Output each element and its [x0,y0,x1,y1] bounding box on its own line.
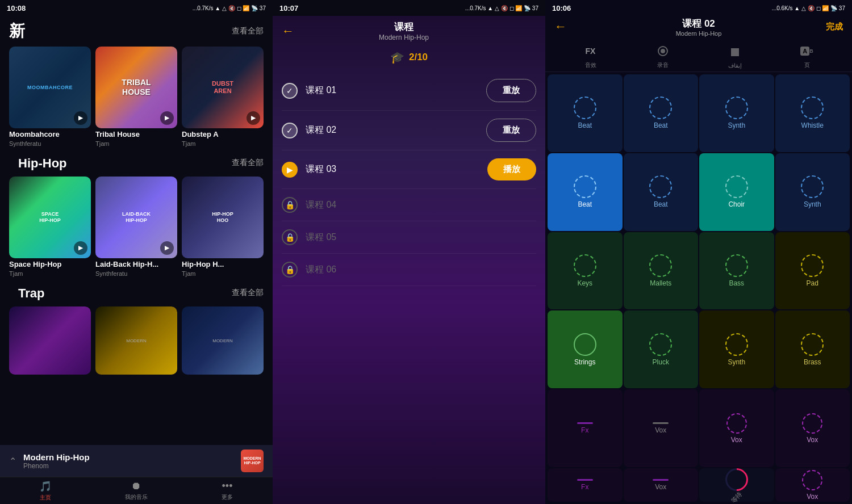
lesson-02-replay-btn[interactable]: 重放 [486,119,536,142]
pad-waiting[interactable]: 等待 [699,468,774,502]
done-btn[interactable]: 完成 [826,22,843,32]
pad-strings[interactable]: Strings [548,310,623,388]
pad-label-16: Brass [804,358,821,366]
pad-choir[interactable]: Choir [699,153,774,231]
toolbar-stop[interactable]: إيقاف [726,43,744,69]
card-moombah-author: Synthferatu [9,140,91,147]
nav-more[interactable]: ••• 更多 [182,477,273,504]
pad-circle-3 [725,96,748,119]
pad-label-6: Beat [654,200,668,208]
card-hiphop-h[interactable]: HIP-HOPHOO Hip-Hop H... Tjam [182,177,264,277]
lesson-item-06: 🔒 课程 06 [282,254,536,286]
pad-synth-1[interactable]: Synth [699,74,774,152]
pad-circle-11 [725,254,748,277]
view-all-trap[interactable]: 查看全部 [232,288,264,298]
nav-home-label: 主页 [40,494,51,502]
pad-label-22: Vox [655,483,666,491]
panel3-header: ← 课程 02 Modern Hip-Hop 完成 [545,16,852,37]
trap-card-2[interactable]: MODERN [95,306,177,388]
card-tribal-img: TRIBALHOUSE ▶ [95,47,177,128]
pad-bass[interactable]: Bass [699,232,774,310]
pad-vox-4[interactable]: Vox [775,468,850,502]
play-btn-laidback[interactable]: ▶ [160,241,174,255]
new-cards-row: MOOMBAHCORE ▶ Moombahcore Synthferatu TR… [0,44,273,152]
toolbar-record[interactable]: 录音 [654,42,672,69]
nav-mymusic-label: 我的音乐 [125,493,148,501]
status-bar-1: 10:08 ...0.7K/s ▲ △ 🔇 ◻ 📶 📡 37 [0,0,273,16]
trap-card-1[interactable] [9,306,91,388]
card-space-hiphop[interactable]: SPACEHIP-HOP ▶ Space Hip-Hop Tjam [9,177,91,277]
my-music-icon: ⏺ [131,480,141,492]
trap-card-3[interactable]: MODERN [182,306,264,388]
svg-point-1 [661,49,665,53]
pad-pad[interactable]: Pad [775,232,850,310]
pad-label-2: Beat [654,121,668,129]
status-icons-1: ...0.7K/s ▲ △ 🔇 ◻ 📶 📡 37 [193,5,266,11]
pad-keys[interactable]: Keys [548,232,623,310]
pad-vox-teal[interactable]: Vox [699,389,774,467]
panel1-title: 新 [9,20,25,42]
play-btn-space[interactable]: ▶ [74,241,87,255]
more-icon: ••• [222,480,233,492]
progress-text: 2/10 [409,52,428,63]
lesson-06-name: 课程 06 [306,264,536,276]
pad-vox-2[interactable]: Vox [775,389,850,467]
play-btn-dubstep[interactable]: ▶ [247,111,260,125]
pad-label-3: Synth [728,121,745,129]
mini-player-thumb: MODERNHIP-HOP [241,450,264,472]
trap-card-2-img: MODERN [95,306,177,375]
pad-synth-2[interactable]: Synth [775,153,850,231]
pad-pluck[interactable]: Pluck [624,310,699,388]
nav-my-music[interactable]: ⏺ 我的音乐 [91,477,182,504]
mini-player-info: Modern Hip-Hop Phenom [23,452,234,470]
mini-player[interactable]: ⌃ Modern Hip-Hop Phenom MODERNHIP-HOP [0,445,273,477]
card-moombahcore[interactable]: MOOMBAHCORE ▶ Moombahcore Synthferatu [9,47,91,147]
card-tribal[interactable]: TRIBALHOUSE ▶ Tribal House Tjam [95,47,177,147]
back-btn-panel3[interactable]: ← [554,19,567,34]
lesson-06-lock-icon: 🔒 [282,262,298,278]
card-dubstep[interactable]: DUBSTAREN ▶ Dubstep A Tjam [182,47,264,147]
pad-beat-1[interactable]: Beat [548,74,623,152]
pad-label-20: Vox [807,436,818,444]
view-all-new[interactable]: 查看全部 [232,26,264,36]
pad-vox-1[interactable]: Vox [624,389,699,467]
card-laidback[interactable]: LAID-BACKHIP-HOP ▶ Laid-Back Hip-H... Sy… [95,177,177,277]
pad-beat-3[interactable]: Beat [624,153,699,231]
pad-label-10: Mallets [650,279,671,287]
pad-beat-2[interactable]: Beat [624,74,699,152]
play-btn-moombah[interactable]: ▶ [74,111,87,125]
hiphop-cards-row: SPACEHIP-HOP ▶ Space Hip-Hop Tjam LAID-B… [0,174,273,282]
lesson-01-replay-btn[interactable]: 重放 [486,79,536,102]
pad-fx-2[interactable]: Fx [548,468,623,502]
panel1-header: 新 查看全部 [0,16,273,44]
pad-beat-active[interactable]: Beat [548,153,623,231]
pad-synth-3[interactable]: Synth [699,310,774,388]
lesson-item-02[interactable]: ✓ 课程 02 重放 [282,111,536,150]
pad-label-19: Vox [731,436,742,444]
lesson-04-name: 课程 04 [306,199,536,211]
lesson-01-name: 课程 01 [306,85,478,96]
pad-circle-7 [725,175,748,198]
svg-rect-2 [731,48,739,56]
lesson-item-03[interactable]: ▶ 课程 03 播放 [282,150,536,189]
lesson-02-name: 课程 02 [306,124,478,136]
back-btn-panel2[interactable]: ← [282,24,294,39]
toolbar-page[interactable]: AB 页 [798,42,816,69]
pad-mallets[interactable]: Mallets [624,232,699,310]
lesson-03-play-btn[interactable]: 播放 [487,158,536,180]
pad-whistle[interactable]: Whistle [775,74,850,152]
mini-player-title: Modern Hip-Hop [23,452,234,462]
panel-sound-pads: 10:06 ...0.6K/s ▲ △ 🔇 ◻ 📶 📡 37 ← 课程 02 M… [545,0,852,504]
trap-card-1-img [9,306,91,375]
nav-home[interactable]: 🎵 主页 [0,477,91,504]
pad-circle-14 [649,333,672,356]
play-btn-tribal[interactable]: ▶ [160,111,174,125]
pad-label-15: Synth [728,358,745,366]
view-all-hiphop[interactable]: 查看全部 [232,158,264,168]
pad-fx-1[interactable]: Fx [548,389,623,467]
toolbar-fx[interactable]: FX 音效 [582,42,600,69]
pad-vox-3[interactable]: Vox [624,468,699,502]
lesson-item-01[interactable]: ✓ 课程 01 重放 [282,71,536,111]
pad-circle-1 [574,96,596,119]
pad-brass[interactable]: Brass [775,310,850,388]
